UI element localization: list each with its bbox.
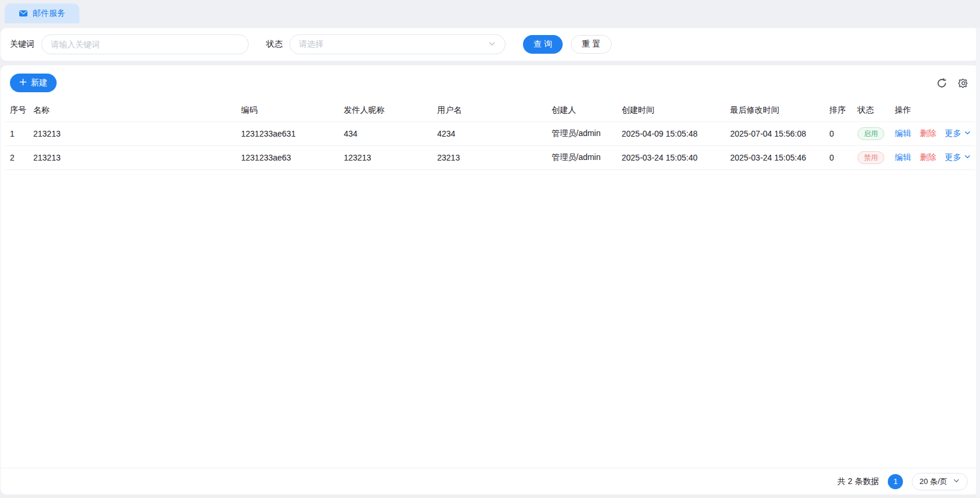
cell-status: 启用 (853, 121, 890, 145)
keyword-label: 关键词 (10, 39, 34, 50)
more-link[interactable]: 更多 (945, 152, 971, 163)
status-badge: 禁用 (857, 151, 884, 164)
cell-name: 213213 (29, 145, 236, 169)
toolbar-right-icons (936, 78, 969, 89)
tab-label: 邮件服务 (33, 8, 65, 19)
col-sort: 排序 (825, 99, 853, 121)
plus-icon (19, 78, 27, 88)
edit-link[interactable]: 编辑 (895, 128, 911, 138)
table-toolbar: 新建 (1, 65, 979, 99)
more-link-label: 更多 (945, 152, 961, 163)
cell-code: 1231233ae63 (236, 145, 339, 169)
cell-name: 213213 (29, 121, 236, 145)
cell-creator: 管理员/admin (547, 121, 617, 145)
keyword-input[interactable] (41, 34, 249, 54)
status-badge: 启用 (857, 127, 884, 140)
create-button-label: 新建 (31, 78, 47, 88)
chevron-down-icon (964, 129, 971, 138)
cell-sender-nickname: 434 (339, 121, 433, 145)
more-link-label: 更多 (945, 128, 961, 139)
cell-index: 2 (5, 145, 29, 169)
refresh-icon[interactable] (936, 78, 947, 89)
main-panel: 新建 (1, 65, 979, 494)
pagination-bar: 共 2 条数据 1 20 条/页 (1, 468, 979, 494)
cell-creator: 管理员/admin (547, 145, 617, 169)
tab-mail-service[interactable]: 邮件服务 (5, 4, 79, 23)
cell-username: 4234 (433, 121, 547, 145)
cell-username: 23213 (433, 145, 547, 169)
cell-created-at: 2025-04-09 15:05:48 (617, 121, 726, 145)
col-actions: 操作 (890, 99, 975, 121)
col-code: 编码 (236, 99, 339, 121)
delete-link[interactable]: 删除 (920, 128, 936, 138)
col-username: 用户名 (433, 99, 547, 121)
scrollbar-track[interactable] (976, 28, 980, 498)
col-sender-nickname: 发件人昵称 (339, 99, 433, 121)
col-created-at: 创建时间 (617, 99, 726, 121)
cell-status: 禁用 (853, 145, 890, 169)
page-size-label: 20 条/页 (919, 476, 947, 487)
cell-sort: 0 (825, 145, 853, 169)
cell-created-at: 2025-03-24 15:05:40 (617, 145, 726, 169)
chevron-down-icon (953, 477, 960, 486)
tab-bar: 邮件服务 (0, 0, 980, 23)
pagination-total: 共 2 条数据 (838, 476, 880, 487)
edit-link[interactable]: 编辑 (895, 152, 911, 162)
col-index: 序号 (5, 99, 29, 121)
table-row: 1 213213 1231233ae631 434 4234 管理员/admin… (5, 121, 975, 145)
table-row: 2 213213 1231233ae63 123213 23213 管理员/ad… (5, 145, 975, 169)
col-updated-at: 最后修改时间 (726, 99, 825, 121)
col-status: 状态 (853, 99, 890, 121)
status-select-placeholder: 请选择 (299, 39, 323, 50)
cell-updated-at: 2025-07-04 15:56:08 (726, 121, 825, 145)
chevron-down-icon (964, 153, 971, 162)
mail-icon (19, 9, 28, 18)
filter-panel: 关键词 状态 请选择 查 询 重 置 (1, 28, 979, 61)
settings-icon[interactable] (958, 78, 969, 89)
cell-actions: 编辑 删除 更多 (890, 145, 975, 169)
reset-button[interactable]: 重 置 (571, 35, 612, 54)
col-creator: 创建人 (547, 99, 617, 121)
cell-actions: 编辑 删除 更多 (890, 121, 975, 145)
search-button[interactable]: 查 询 (523, 35, 563, 54)
create-button[interactable]: 新建 (10, 74, 57, 92)
delete-link[interactable]: 删除 (920, 152, 936, 162)
cell-index: 1 (5, 121, 29, 145)
pagination-page-1[interactable]: 1 (888, 474, 903, 489)
table-header-row: 序号 名称 编码 发件人昵称 用户名 创建人 创建时间 最后修改时间 排序 状态… (5, 99, 975, 121)
col-name: 名称 (29, 99, 236, 121)
page-size-select[interactable]: 20 条/页 (912, 473, 968, 490)
cell-sort: 0 (825, 121, 853, 145)
cell-updated-at: 2025-03-24 15:05:46 (726, 145, 825, 169)
cell-code: 1231233ae631 (236, 121, 339, 145)
status-select[interactable]: 请选择 (290, 34, 505, 54)
data-table: 序号 名称 编码 发件人昵称 用户名 创建人 创建时间 最后修改时间 排序 状态… (1, 99, 979, 170)
more-link[interactable]: 更多 (945, 128, 971, 139)
status-label: 状态 (266, 39, 283, 50)
chevron-down-icon (488, 40, 496, 50)
cell-sender-nickname: 123213 (339, 145, 433, 169)
